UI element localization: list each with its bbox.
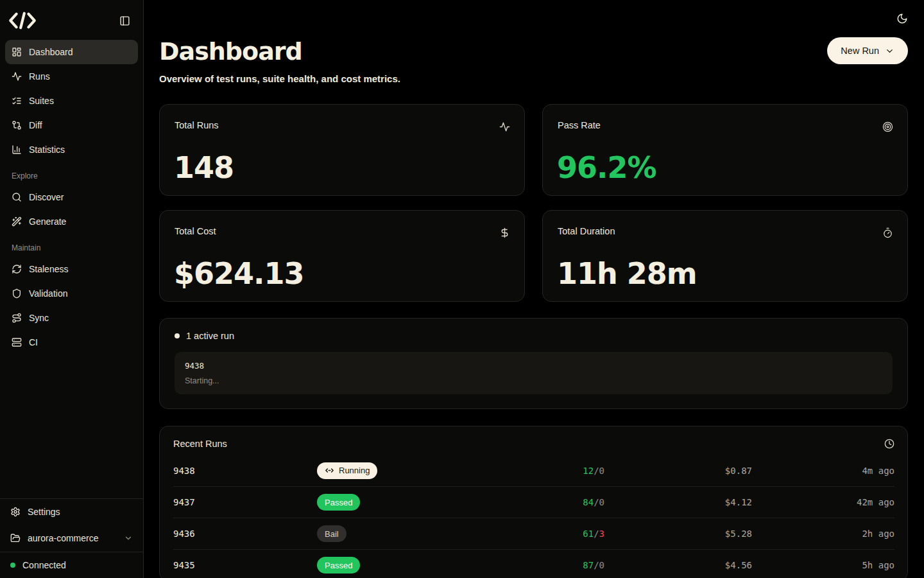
sidebar-header bbox=[0, 0, 143, 36]
metric-card-total-cost: Total Cost $624.13 bbox=[159, 210, 525, 302]
recent-runs-title: Recent Runs bbox=[173, 439, 227, 449]
time-cell: 42m ago bbox=[752, 497, 894, 507]
sidebar-item-discover[interactable]: Discover bbox=[5, 185, 138, 209]
sidebar-item-diff[interactable]: Diff bbox=[5, 113, 138, 137]
search-icon bbox=[12, 192, 22, 202]
table-row[interactable]: 9435 Passed 87/0 $4.56 5h ago bbox=[173, 549, 894, 578]
green-status-dot bbox=[10, 563, 15, 568]
page-title: Dashboard bbox=[159, 37, 400, 66]
sidebar-item-sync[interactable]: Sync bbox=[5, 306, 138, 330]
chevron-down-icon bbox=[885, 46, 894, 56]
time-cell: 2h ago bbox=[752, 529, 894, 539]
sidebar-item-dashboard[interactable]: Dashboard bbox=[5, 40, 138, 64]
active-runs-card: 1 active run 9438 Starting... bbox=[159, 318, 908, 409]
sidebar-item-suites[interactable]: Suites bbox=[5, 89, 138, 113]
status-badge-running: Running bbox=[317, 462, 377, 479]
connection-status-label: Connected bbox=[22, 560, 66, 570]
status-badge-label: Passed bbox=[325, 561, 352, 570]
project-name: aurora-commerce bbox=[28, 533, 98, 543]
failed-count: 0 bbox=[599, 497, 604, 507]
active-pulse-dot bbox=[175, 333, 180, 338]
git-compare-icon bbox=[12, 120, 22, 130]
metric-label: Total Cost bbox=[175, 226, 509, 236]
active-run-status: Starting... bbox=[185, 376, 882, 385]
active-run-item[interactable]: 9438 Starting... bbox=[175, 352, 893, 394]
sidebar-toggle-button[interactable] bbox=[118, 14, 132, 28]
time-cell: 5h ago bbox=[752, 560, 894, 570]
connection-status: Connected bbox=[0, 552, 143, 578]
status-badge-bail: Bail bbox=[317, 525, 346, 542]
status-badge-cell: Running bbox=[317, 462, 492, 479]
passed-count: 12 bbox=[583, 466, 594, 476]
sidebar-item-label: Diff bbox=[29, 120, 42, 130]
status-badge-cell: Bail bbox=[317, 525, 492, 542]
tests-cell: 87/0 bbox=[492, 560, 604, 570]
metric-value: 11h 28m bbox=[557, 256, 697, 291]
status-badge-cell: Passed bbox=[317, 557, 492, 574]
metric-value: 96.2% bbox=[557, 150, 656, 185]
table-row[interactable]: 9437 Passed 84/0 $4.12 42m ago bbox=[173, 486, 894, 518]
new-run-button[interactable]: New Run bbox=[827, 37, 908, 64]
active-runs-header: 1 active run bbox=[175, 331, 893, 341]
theme-toggle-button[interactable] bbox=[896, 12, 908, 24]
target-icon bbox=[882, 121, 893, 132]
new-run-button-label: New Run bbox=[841, 46, 879, 56]
server-icon bbox=[12, 337, 22, 347]
sidebar-item-statistics[interactable]: Statistics bbox=[5, 137, 138, 162]
project-selector[interactable]: aurora-commerce bbox=[0, 525, 143, 552]
settings-label: Settings bbox=[28, 507, 60, 517]
sidebar-item-label: Staleness bbox=[29, 264, 68, 274]
status-badge-label: Passed bbox=[325, 498, 352, 507]
tests-cell: 84/0 bbox=[492, 497, 604, 507]
failed-count: 3 bbox=[599, 529, 604, 539]
tests-cell: 12/0 bbox=[492, 466, 604, 476]
sidebar-item-runs[interactable]: Runs bbox=[5, 64, 138, 89]
page-header-text: Dashboard Overview of test runs, suite h… bbox=[159, 37, 400, 84]
dollar-sign-icon bbox=[499, 227, 510, 238]
sidebar-item-generate[interactable]: Generate bbox=[5, 209, 138, 234]
failed-count: 0 bbox=[599, 466, 604, 476]
tests-cell: 61/3 bbox=[492, 529, 604, 539]
sidebar-nav: Dashboard Runs Suites D bbox=[0, 36, 143, 498]
active-run-id: 9438 bbox=[185, 361, 882, 371]
sidebar-item-staleness[interactable]: Staleness bbox=[5, 257, 138, 281]
sidebar-item-ci[interactable]: CI bbox=[5, 330, 138, 355]
sidebar-item-label: Generate bbox=[29, 216, 66, 227]
topbar bbox=[159, 0, 908, 24]
table-row[interactable]: 9438 Running 12/0 $0.87 4m ago bbox=[173, 455, 894, 486]
sidebar-item-validation[interactable]: Validation bbox=[5, 281, 138, 306]
activity-icon bbox=[499, 121, 510, 132]
passed-count: 84 bbox=[583, 497, 594, 507]
separator: / bbox=[594, 529, 599, 539]
route-icon bbox=[12, 313, 22, 323]
settings-button[interactable]: Settings bbox=[0, 499, 143, 525]
status-badge-passed: Passed bbox=[317, 557, 360, 574]
refresh-icon bbox=[12, 264, 22, 274]
run-id: 9437 bbox=[173, 497, 317, 507]
failed-count: 0 bbox=[599, 560, 604, 570]
status-badge-label: Running bbox=[339, 466, 370, 475]
gear-icon bbox=[10, 507, 21, 517]
layout-dashboard-icon bbox=[12, 47, 22, 57]
run-id: 9438 bbox=[173, 466, 317, 476]
wand-sparkles-icon bbox=[12, 216, 22, 227]
sidebar-section-explore: Explore bbox=[5, 162, 138, 185]
code-icon bbox=[325, 466, 334, 475]
metric-card-total-duration: Total Duration 11h 28m bbox=[542, 210, 908, 302]
cost-cell: $4.56 bbox=[604, 560, 752, 570]
bar-chart-icon bbox=[12, 144, 22, 155]
metric-value: $624.13 bbox=[174, 256, 304, 291]
run-id: 9435 bbox=[173, 560, 317, 570]
sidebar: Dashboard Runs Suites D bbox=[0, 0, 144, 578]
cost-cell: $0.87 bbox=[604, 466, 752, 476]
status-badge-cell: Passed bbox=[317, 494, 492, 511]
sidebar-footer: Settings aurora-commerce Connected bbox=[0, 498, 143, 578]
sidebar-item-label: CI bbox=[29, 337, 38, 347]
sidebar-item-label: Dashboard bbox=[29, 47, 73, 57]
page-header: Dashboard Overview of test runs, suite h… bbox=[159, 37, 908, 84]
list-checks-icon bbox=[12, 96, 22, 106]
cost-cell: $5.28 bbox=[604, 529, 752, 539]
active-runs-summary: 1 active run bbox=[186, 331, 234, 341]
table-row[interactable]: 9436 Bail 61/3 $5.28 2h ago bbox=[173, 518, 894, 549]
metric-label: Pass Rate bbox=[558, 120, 893, 130]
